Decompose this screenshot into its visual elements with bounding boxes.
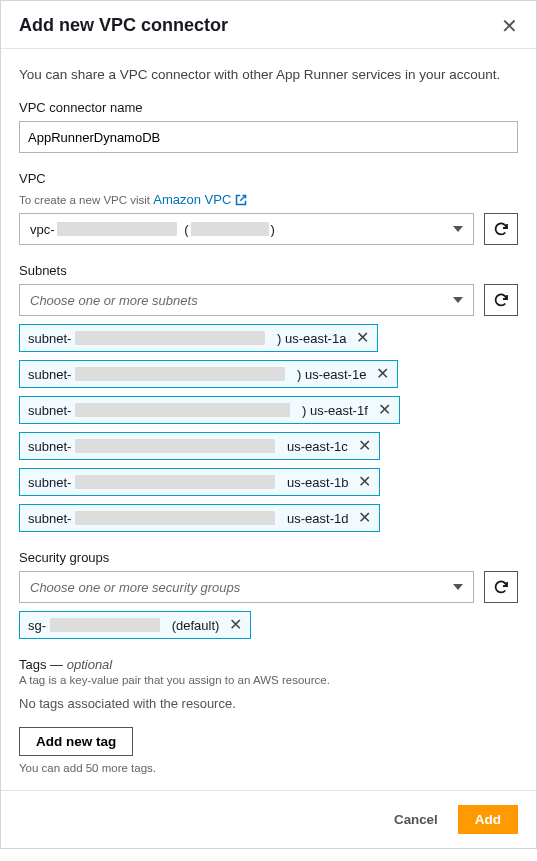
vpc-field: VPC To create a new VPC visit Amazon VPC…: [19, 171, 518, 245]
vpc-helper: To create a new VPC visit Amazon VPC: [19, 192, 518, 207]
subnets-field: Subnets Choose one or more subnets subne…: [19, 263, 518, 532]
close-icon[interactable]: ✕: [501, 16, 518, 36]
subnet-token: subnet- ) us-east-1e ✕: [19, 360, 398, 388]
subnet-token: subnet- ) us-east-1f ✕: [19, 396, 400, 424]
intro-text: You can share a VPC connector with other…: [19, 67, 518, 82]
security-group-token: sg- (default) ✕: [19, 611, 251, 639]
vpc-label: VPC: [19, 171, 518, 186]
security-groups-label: Security groups: [19, 550, 518, 565]
redacted-text: [75, 331, 265, 345]
security-groups-placeholder: Choose one or more security groups: [30, 580, 240, 595]
dialog-title: Add new VPC connector: [19, 15, 228, 36]
amazon-vpc-link[interactable]: Amazon VPC: [153, 192, 247, 207]
vpc-helper-prefix: To create a new VPC visit: [19, 194, 153, 206]
dialog-body: You can share a VPC connector with other…: [1, 49, 536, 790]
tags-description: A tag is a key-value pair that you assig…: [19, 674, 518, 686]
redacted-text: [50, 618, 160, 632]
redacted-text: [75, 367, 285, 381]
subnets-refresh-button[interactable]: [484, 284, 518, 316]
tags-title: Tags — optional: [19, 657, 518, 672]
add-new-tag-button[interactable]: Add new tag: [19, 727, 133, 756]
redacted-text: [75, 439, 275, 453]
connector-name-label: VPC connector name: [19, 100, 518, 115]
remove-subnet-icon[interactable]: ✕: [378, 402, 391, 418]
vpc-refresh-button[interactable]: [484, 213, 518, 245]
refresh-icon: [493, 221, 509, 237]
subnets-label: Subnets: [19, 263, 518, 278]
chevron-down-icon: [453, 584, 463, 590]
tags-field: Tags — optional A tag is a key-value pai…: [19, 657, 518, 774]
dialog-footer: Cancel Add: [1, 790, 536, 848]
vpc-select[interactable]: vpc- (): [19, 213, 474, 245]
subnet-token: subnet- us-east-1d ✕: [19, 504, 380, 532]
redacted-text: [75, 403, 290, 417]
external-link-icon: [235, 192, 247, 207]
subnet-token: subnet- ) us-east-1a ✕: [19, 324, 378, 352]
refresh-icon: [493, 579, 509, 595]
subnet-token: subnet- us-east-1b ✕: [19, 468, 380, 496]
redacted-text: [75, 475, 275, 489]
vpc-selected-value: vpc- (): [30, 222, 275, 237]
remove-subnet-icon[interactable]: ✕: [358, 510, 371, 526]
redacted-text: [191, 222, 269, 236]
subnet-tokens: subnet- ) us-east-1a ✕ subnet- ) us-east…: [19, 324, 518, 532]
subnets-select[interactable]: Choose one or more subnets: [19, 284, 474, 316]
tags-empty-text: No tags associated with the resource.: [19, 696, 518, 711]
security-groups-refresh-button[interactable]: [484, 571, 518, 603]
remove-security-group-icon[interactable]: ✕: [229, 617, 242, 633]
remove-subnet-icon[interactable]: ✕: [358, 474, 371, 490]
remove-subnet-icon[interactable]: ✕: [356, 330, 369, 346]
subnets-placeholder: Choose one or more subnets: [30, 293, 198, 308]
chevron-down-icon: [453, 226, 463, 232]
connector-name-input[interactable]: [19, 121, 518, 153]
redacted-text: [75, 511, 275, 525]
subnet-token: subnet- us-east-1c ✕: [19, 432, 380, 460]
remove-subnet-icon[interactable]: ✕: [376, 366, 389, 382]
tags-hint: You can add 50 more tags.: [19, 762, 518, 774]
security-groups-select[interactable]: Choose one or more security groups: [19, 571, 474, 603]
vpc-connector-dialog: Add new VPC connector ✕ You can share a …: [0, 0, 537, 849]
cancel-button[interactable]: Cancel: [380, 805, 452, 834]
dialog-header: Add new VPC connector ✕: [1, 1, 536, 49]
security-group-tokens: sg- (default) ✕: [19, 611, 518, 639]
chevron-down-icon: [453, 297, 463, 303]
connector-name-field: VPC connector name: [19, 100, 518, 153]
refresh-icon: [493, 292, 509, 308]
remove-subnet-icon[interactable]: ✕: [358, 438, 371, 454]
redacted-text: [57, 222, 177, 236]
add-button[interactable]: Add: [458, 805, 518, 834]
security-groups-field: Security groups Choose one or more secur…: [19, 550, 518, 639]
